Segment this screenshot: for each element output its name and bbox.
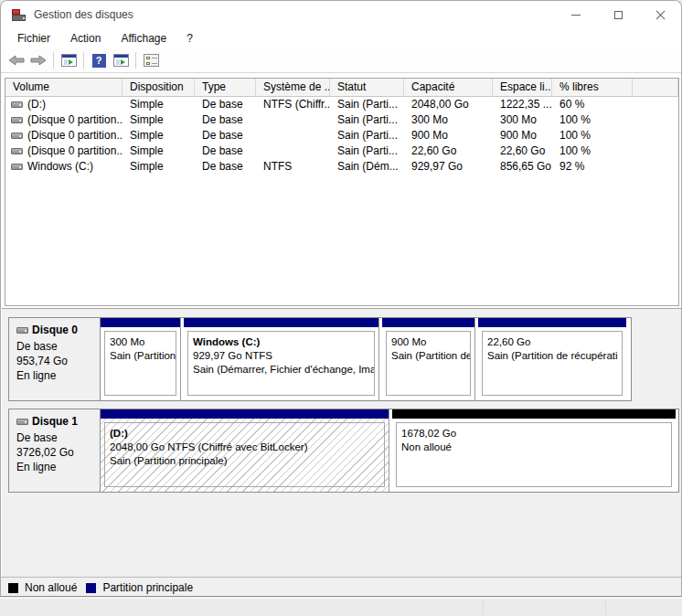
- maximize-icon: [614, 11, 623, 19]
- column-header-disposition[interactable]: Disposition: [123, 79, 195, 97]
- table-cell-filler: [633, 143, 678, 159]
- disk-management-app-icon: [12, 9, 27, 21]
- properties-button[interactable]: [140, 50, 162, 70]
- disk-type: De base: [16, 339, 94, 354]
- minimize-icon: [571, 15, 581, 16]
- partition-detail: Sain (Démarrer, Fichier d'échange, Ima: [193, 363, 372, 377]
- partition-color-band: [101, 318, 180, 327]
- partition-detail: Sain (Partition de récupérati: [487, 349, 620, 363]
- volume-label: (Disque 0 partition...: [27, 112, 123, 128]
- table-cell: De base: [195, 159, 256, 175]
- table-cell-filler: [633, 112, 678, 128]
- partition-cell[interactable]: 22,60 GoSain (Partition de récupérati: [478, 318, 626, 400]
- disk-name-row: Disque 1: [16, 415, 94, 428]
- table-cell: 856,65 Go: [493, 159, 552, 175]
- legend-swatch: [86, 583, 96, 593]
- legend-bar: Non allouéPartition principale: [1, 577, 682, 597]
- menu-affichage[interactable]: Affichage: [112, 30, 176, 48]
- column-header-type[interactable]: Type: [195, 79, 256, 97]
- column-header-filler: [633, 79, 678, 97]
- partition-cell[interactable]: Windows (C:)929,97 Go NTFSSain (Démarrer…: [184, 318, 379, 400]
- console-tree-icon: [61, 54, 77, 67]
- partition-color-band: [478, 318, 626, 327]
- table-cell: De base: [195, 143, 256, 159]
- forward-button[interactable]: [27, 50, 49, 70]
- partition-detail: Sain (Partition principale): [110, 454, 382, 468]
- column-header-espace-libre[interactable]: Espace li...: [493, 79, 552, 97]
- window-title: Gestion des disques: [34, 8, 133, 21]
- column-header-volume[interactable]: Volume: [5, 79, 123, 97]
- volume-disk-icon: [11, 101, 23, 108]
- partition-color-band: [184, 318, 378, 327]
- disk-type: De base: [16, 430, 94, 445]
- disk-name: Disque 1: [32, 415, 78, 428]
- table-row[interactable]: (D:)SimpleDe baseNTFS (Chiffr...Sain (Pa…: [5, 97, 678, 112]
- partition-detail: Sain (Partition de: [391, 349, 468, 363]
- background-divider: [605, 600, 606, 614]
- menu-action[interactable]: Action: [61, 30, 110, 48]
- background-strip: [0, 598, 682, 616]
- disk-management-window: Gestion des disques Fichier Action Affic…: [0, 0, 682, 597]
- disk-info-1[interactable]: Disque 1De base3726,02 GoEn ligne: [9, 409, 101, 492]
- help-button[interactable]: ?: [88, 50, 110, 70]
- menu-help[interactable]: ?: [177, 30, 202, 48]
- maximize-button[interactable]: [597, 1, 639, 28]
- partition-info: (D:)2048,00 Go NTFS (Chiffré avec BitLoc…: [104, 422, 385, 487]
- legend-swatch: [8, 583, 18, 593]
- volume-label: (Disque 0 partition...: [27, 143, 123, 159]
- unallocated-cell[interactable]: 1678,02 GoNon alloué: [392, 409, 676, 492]
- disk-size: 953,74 Go: [16, 354, 94, 368]
- table-row[interactable]: Windows (C:)SimpleDe baseNTFSSain (Dém..…: [5, 159, 678, 175]
- column-header-capacite[interactable]: Capacité: [404, 79, 493, 97]
- table-cell: 300 Mo: [493, 112, 552, 128]
- disk-icon: [16, 419, 28, 425]
- table-cell: 22,60 Go: [404, 143, 493, 159]
- partition-title: Windows (C:): [193, 335, 372, 349]
- table-cell: Simple: [123, 128, 195, 143]
- partition-color-band: [382, 318, 474, 327]
- table-cell: Simple: [123, 97, 195, 112]
- volume-table-header: Volume Disposition Type Système de ... S…: [5, 79, 678, 97]
- table-cell: 1222,35 ...: [493, 97, 552, 112]
- disk-size: 3726,02 Go: [16, 445, 94, 460]
- disk-status: En ligne: [16, 368, 94, 383]
- forward-arrow-icon: [30, 55, 47, 66]
- close-button[interactable]: [639, 1, 681, 28]
- show-action-pane-button[interactable]: [110, 50, 132, 70]
- disk-info-0[interactable]: Disque 0De base953,74 GoEn ligne: [9, 318, 101, 400]
- disk-name: Disque 0: [32, 324, 78, 336]
- table-cell: [256, 128, 330, 143]
- table-cell: (Disque 0 partition...: [5, 143, 123, 159]
- table-cell: 900 Mo: [493, 128, 552, 143]
- partition-detail: 300 Mo: [110, 335, 174, 349]
- menubar: Fichier Action Affichage ?: [1, 28, 681, 48]
- table-cell: De base: [195, 128, 256, 143]
- table-row[interactable]: (Disque 0 partition...SimpleDe baseSain …: [5, 143, 678, 159]
- table-cell-filler: [633, 97, 678, 112]
- table-cell: 900 Mo: [404, 128, 493, 143]
- partition-cell[interactable]: 300 MoSain (Partition: [101, 318, 181, 400]
- partition-cell[interactable]: (D:)2048,00 Go NTFS (Chiffré avec BitLoc…: [101, 409, 389, 492]
- volume-label: Windows (C:): [27, 159, 93, 175]
- table-cell: 60 %: [552, 97, 633, 112]
- column-header-statut[interactable]: Statut: [330, 79, 404, 97]
- partition-info: 300 MoSain (Partition: [104, 331, 176, 396]
- table-cell: (Disque 0 partition...: [5, 128, 123, 143]
- table-cell: [256, 143, 330, 159]
- toolbar-separator: [53, 52, 54, 69]
- menu-fichier[interactable]: Fichier: [8, 30, 59, 48]
- volume-label: (Disque 0 partition...: [27, 128, 123, 143]
- partition-detail: 22,60 Go: [487, 335, 620, 349]
- background-divider: [483, 600, 484, 614]
- minimize-button[interactable]: [555, 1, 597, 28]
- table-cell: Windows (C:): [5, 159, 123, 175]
- back-button[interactable]: [5, 50, 27, 70]
- show-console-tree-button[interactable]: [58, 50, 80, 70]
- column-header-pct-libres[interactable]: % libres: [552, 79, 633, 97]
- toolbar: ?: [1, 48, 681, 73]
- volume-disk-icon: [11, 117, 23, 123]
- table-row[interactable]: (Disque 0 partition...SimpleDe baseSain …: [5, 112, 678, 128]
- partition-cell[interactable]: 900 MoSain (Partition de: [382, 318, 475, 400]
- column-header-systeme[interactable]: Système de ...: [256, 79, 330, 97]
- table-row[interactable]: (Disque 0 partition...SimpleDe baseSain …: [5, 128, 678, 143]
